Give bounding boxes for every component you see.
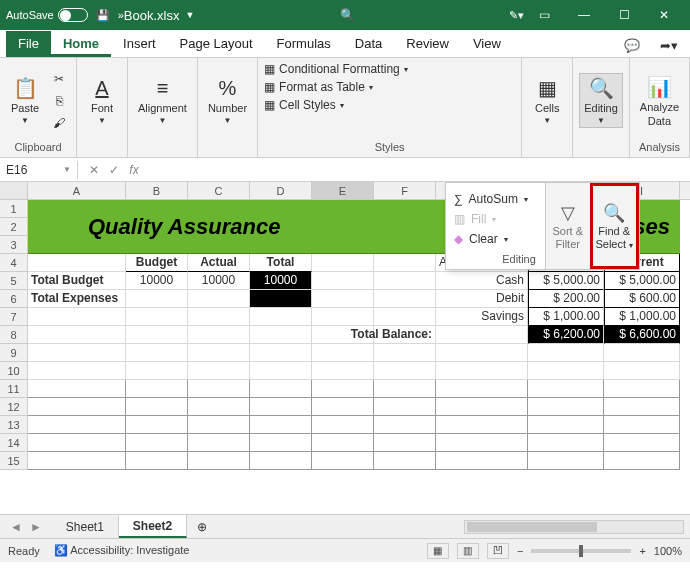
cond-format-icon: ▦: [264, 62, 275, 76]
tab-review[interactable]: Review: [394, 31, 461, 57]
tab-home[interactable]: Home: [51, 31, 111, 57]
toggle-switch[interactable]: [58, 8, 88, 22]
editing-button[interactable]: 🔍Editing▼: [579, 73, 623, 128]
search-icon: 🔍: [589, 76, 614, 100]
find-select-button[interactable]: 🔍 Find & Select ▾: [590, 183, 640, 269]
page-layout-view-icon[interactable]: ▥: [457, 543, 479, 559]
status-ready: Ready: [8, 545, 40, 557]
zoom-out-button[interactable]: −: [517, 545, 523, 557]
paste-button[interactable]: 📋 Paste ▼: [6, 74, 44, 127]
tab-view[interactable]: View: [461, 31, 513, 57]
add-sheet-button[interactable]: ⊕: [187, 520, 217, 534]
autosave-toggle[interactable]: AutoSave: [6, 8, 88, 22]
normal-view-icon[interactable]: ▦: [427, 543, 449, 559]
group-number: %Number▼: [198, 58, 258, 157]
status-bar: Ready ♿ Accessibility: Investigate ▦ ▥ 凹…: [0, 538, 690, 562]
col-D[interactable]: D: [250, 182, 312, 199]
share-icon[interactable]: ➦▾: [652, 34, 686, 57]
alignment-icon: ≡: [157, 77, 169, 100]
title-qa: Quality Assurance: [88, 214, 280, 240]
tab-formulas[interactable]: Formulas: [265, 31, 343, 57]
percent-icon: %: [219, 77, 237, 100]
analyze-data-button[interactable]: 📊AnalyzeData: [636, 73, 683, 129]
formula-bar: E16▼ ✕ ✓ fx: [0, 158, 690, 182]
copy-icon[interactable]: ⎘: [50, 92, 68, 110]
group-cells: ▦Cells▼: [522, 58, 573, 157]
format-painter-icon[interactable]: 🖌: [50, 114, 68, 132]
sheet-tab-bar: ◄► Sheet1 Sheet2 ⊕: [0, 514, 690, 538]
tab-data[interactable]: Data: [343, 31, 394, 57]
chevron-down-icon: ▼: [185, 10, 194, 20]
cell-styles-button[interactable]: ▦Cell Styles ▾: [264, 98, 344, 112]
comments-icon[interactable]: 💬: [616, 34, 648, 57]
sheet-tab-1[interactable]: Sheet1: [52, 516, 119, 537]
table-icon: ▦: [264, 80, 275, 94]
group-font: AFont▼: [77, 58, 128, 157]
sheet-tab-2[interactable]: Sheet2: [119, 515, 187, 538]
next-sheet-icon[interactable]: ►: [30, 520, 42, 534]
page-break-view-icon[interactable]: 凹: [487, 543, 509, 559]
cells-button[interactable]: ▦Cells▼: [528, 74, 566, 127]
tab-insert[interactable]: Insert: [111, 31, 168, 57]
tab-page-layout[interactable]: Page Layout: [168, 31, 265, 57]
tab-file[interactable]: File: [6, 31, 51, 57]
conditional-formatting-button[interactable]: ▦Conditional Formatting ▾: [264, 62, 408, 76]
file-name[interactable]: Book.xlsx ▼: [124, 8, 195, 23]
ribbon-tabs: File Home Insert Page Layout Formulas Da…: [0, 30, 690, 58]
filter-icon: ▽: [561, 202, 575, 224]
autosave-label: AutoSave: [6, 9, 54, 21]
search-box[interactable]: 🔍: [340, 8, 355, 22]
format-as-table-button[interactable]: ▦Format as Table ▾: [264, 80, 373, 94]
col-C[interactable]: C: [188, 182, 250, 199]
group-analysis: 📊AnalyzeData Analysis: [630, 58, 690, 157]
group-alignment: ≡Alignment▼: [128, 58, 198, 157]
name-box[interactable]: E16▼: [0, 161, 78, 179]
worksheet: A B C D E F G H I 1 2 3 4 5 6 7 8 9 10 1…: [0, 182, 690, 514]
col-F[interactable]: F: [374, 182, 436, 199]
sort-filter-button: ▽ Sort & Filter: [546, 183, 590, 269]
zoom-slider[interactable]: [531, 549, 631, 553]
ribbon: 📋 Paste ▼ ✂ ⎘ 🖌 Clipboard AFont▼ ≡Alignm…: [0, 58, 690, 158]
group-editing: 🔍Editing▼: [573, 58, 630, 157]
ribbon-display-icon[interactable]: ▭: [524, 0, 564, 30]
search-icon: 🔍: [603, 202, 625, 224]
cell-styles-icon: ▦: [264, 98, 275, 112]
font-icon: A: [95, 77, 108, 100]
fill-icon: ▥: [454, 212, 465, 226]
col-B[interactable]: B: [126, 182, 188, 199]
zoom-in-button[interactable]: +: [639, 545, 645, 557]
maximize-button[interactable]: ☐: [604, 0, 644, 30]
eraser-icon: ◆: [454, 232, 463, 246]
analyze-icon: 📊: [647, 75, 672, 99]
group-clipboard: 📋 Paste ▼ ✂ ⎘ 🖌 Clipboard: [0, 58, 77, 157]
cut-icon[interactable]: ✂: [50, 70, 68, 88]
font-button[interactable]: AFont▼: [83, 75, 121, 127]
pen-icon[interactable]: ✎▾: [509, 9, 524, 22]
clipboard-icon: 📋: [13, 76, 38, 100]
minimize-button[interactable]: —: [564, 0, 604, 30]
select-all-corner[interactable]: [0, 182, 28, 199]
zoom-level[interactable]: 100%: [654, 545, 682, 557]
cancel-formula-icon[interactable]: ✕: [84, 163, 104, 177]
cells-icon: ▦: [538, 76, 557, 100]
col-E[interactable]: E: [312, 182, 374, 199]
accessibility-status[interactable]: ♿ Accessibility: Investigate: [54, 544, 190, 557]
prev-sheet-icon[interactable]: ◄: [10, 520, 22, 534]
editing-side-tools: ▽ Sort & Filter 🔍 Find & Select ▾: [545, 182, 640, 270]
number-button[interactable]: %Number▼: [204, 75, 251, 127]
horizontal-scrollbar[interactable]: [464, 520, 684, 534]
group-styles: ▦Conditional Formatting ▾ ▦Format as Tab…: [258, 58, 522, 157]
row-headers: 1 2 3 4 5 6 7 8 9 10 11 12 13 14 15: [0, 200, 28, 470]
sigma-icon: ∑: [454, 192, 463, 206]
title-bar: AutoSave 💾 » Book.xlsx ▼ 🔍 ✎▾ ▭ — ☐ ✕: [0, 0, 690, 30]
quick-access-save-icon[interactable]: 💾: [96, 9, 110, 22]
col-A[interactable]: A: [28, 182, 126, 199]
fx-icon[interactable]: fx: [124, 163, 144, 177]
alignment-button[interactable]: ≡Alignment▼: [134, 75, 191, 127]
close-button[interactable]: ✕: [644, 0, 684, 30]
enter-formula-icon[interactable]: ✓: [104, 163, 124, 177]
